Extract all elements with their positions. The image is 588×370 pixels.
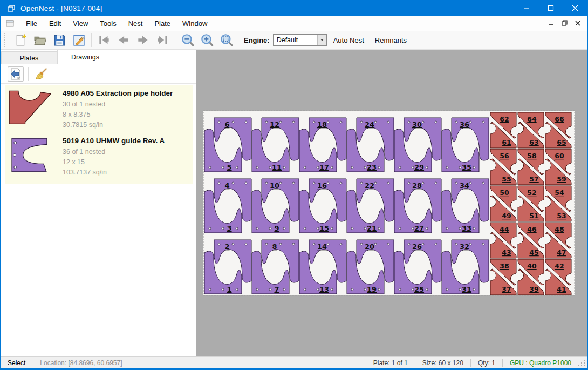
broom-icon [35, 67, 48, 80]
toolbar-separator [175, 33, 175, 47]
previous-plate-button[interactable] [114, 32, 133, 48]
status-mode: Select [1, 359, 33, 367]
part-number: 59 [557, 175, 566, 183]
zoom-fit-button[interactable] [217, 32, 236, 48]
part-number: 22 [365, 181, 374, 190]
part-number: 40 [527, 262, 537, 270]
auto-nest-button[interactable]: Auto Nest [329, 33, 368, 47]
open-button[interactable] [30, 32, 50, 48]
title-bar[interactable]: OpenNest - [N0317-004] [1, 0, 587, 16]
part-number: 56 [500, 152, 509, 160]
drawing-list: 4980 A05 Extraction pipe holder 30 of 1 … [5, 85, 193, 184]
part-number: 2 [224, 243, 229, 251]
last-plate-button[interactable] [153, 32, 172, 48]
zoom-in-button[interactable] [197, 32, 217, 48]
part-number: 61 [502, 138, 511, 146]
status-plate: Plate: 1 of 1 [366, 359, 415, 367]
tab-strip: Plates Drawings [1, 50, 196, 64]
panel-toolbar-separator [28, 67, 29, 81]
drawing-title: 5019 A10 UHMW guide Rev. A [63, 137, 190, 145]
menu-nest[interactable]: Nest [122, 17, 149, 30]
engine-value: Default [274, 36, 317, 44]
drawing-size: 8 x 8.375 [63, 110, 190, 120]
part-number: 18 [317, 120, 327, 129]
mdi-restore-button[interactable] [562, 19, 568, 28]
part-number: 7 [274, 285, 279, 293]
engine-label: Engine: [244, 36, 270, 44]
tab-drawings[interactable]: Drawings [57, 50, 113, 64]
menu-plate[interactable]: Plate [148, 17, 176, 30]
maximize-button[interactable] [538, 0, 563, 16]
drawing-area: 103.7137 sq/in [63, 167, 190, 178]
drawing-thumbnail-red [9, 88, 63, 130]
close-button[interactable] [563, 0, 587, 16]
part-number: 8 [272, 243, 277, 251]
chevron-down-icon [320, 39, 324, 41]
part-number: 45 [529, 248, 538, 257]
menu-edit[interactable]: Edit [43, 17, 67, 30]
part-number: 63 [529, 138, 538, 146]
part-number: 10 [270, 181, 279, 190]
resize-grip-icon[interactable] [578, 359, 586, 367]
menu-view[interactable]: View [67, 17, 94, 30]
part-number: 41 [557, 285, 566, 293]
next-plate-button[interactable] [133, 32, 153, 48]
part-number: 5 [227, 163, 231, 171]
new-button[interactable] [11, 32, 30, 48]
part-number: 34 [460, 181, 469, 190]
side-panel: Plates Drawings [1, 50, 196, 356]
part-number: 36 [460, 120, 469, 129]
drawing-thumbnail-purple [9, 136, 63, 178]
part-number: 46 [527, 225, 537, 233]
return-drawing-button[interactable] [8, 66, 24, 82]
engine-combobox[interactable]: Default [273, 34, 327, 46]
remnants-button[interactable]: Remnants [371, 33, 411, 47]
engine-dropdown-button[interactable] [317, 35, 326, 45]
mdi-minimize-button[interactable] [549, 19, 554, 28]
drawing-item[interactable]: 4980 A05 Extraction pipe holder 30 of 1 … [9, 88, 190, 130]
status-qty: Qty: 1 [471, 359, 502, 367]
menu-window[interactable]: Window [176, 17, 213, 30]
tab-plates[interactable]: Plates [1, 51, 57, 64]
part-number: 39 [529, 285, 538, 293]
part-number: 15 [319, 224, 329, 232]
app-window: OpenNest - [N0317-004] File Edit View To… [0, 0, 588, 370]
part-number: 17 [319, 163, 329, 171]
mdi-close-button[interactable] [575, 19, 580, 28]
part-number: 14 [317, 243, 327, 251]
part-number: 4 [224, 181, 229, 190]
part-number: 31 [462, 285, 471, 293]
nest-canvas[interactable]: 6512111817242330293635431091615222128273… [196, 50, 587, 356]
part-number: 1 [227, 285, 231, 293]
save-button[interactable] [50, 32, 69, 48]
part-number: 32 [460, 243, 469, 251]
part-number: 57 [529, 175, 538, 183]
part-number: 60 [555, 152, 564, 160]
drawing-nested: 30 of 1 nested [63, 99, 190, 110]
main-toolbar: Engine: Default Auto Nest Remnants [1, 31, 587, 50]
menu-tools[interactable]: Tools [94, 17, 122, 30]
part-number: 27 [414, 224, 424, 232]
drawing-size: 12 x 15 [63, 157, 190, 167]
part-number: 52 [527, 189, 536, 197]
part-number: 13 [319, 285, 329, 293]
clear-drawings-button[interactable] [33, 66, 49, 82]
part-number: 49 [502, 212, 511, 220]
app-icon [6, 3, 16, 13]
zoom-out-button[interactable] [178, 32, 197, 48]
part-number: 47 [557, 248, 566, 257]
drawing-item[interactable]: 5019 A10 UHMW guide Rev. A 36 of 1 neste… [9, 136, 190, 178]
minimize-button[interactable] [514, 0, 538, 16]
menu-file[interactable]: File [20, 17, 43, 30]
drawing-title: 4980 A05 Extraction pipe holder [63, 89, 190, 97]
part-number: 20 [365, 243, 374, 251]
part-number: 35 [462, 163, 471, 171]
page-back-arrow-icon [9, 68, 22, 80]
part-number: 54 [555, 189, 564, 197]
main-area: Plates Drawings [1, 50, 587, 356]
drawing-area: 30.7815 sq/in [63, 120, 190, 130]
save-as-button[interactable] [69, 32, 88, 48]
mdi-document-icon[interactable] [5, 19, 15, 28]
toolbar-grip[interactable] [4, 33, 8, 47]
first-plate-button[interactable] [94, 32, 114, 48]
